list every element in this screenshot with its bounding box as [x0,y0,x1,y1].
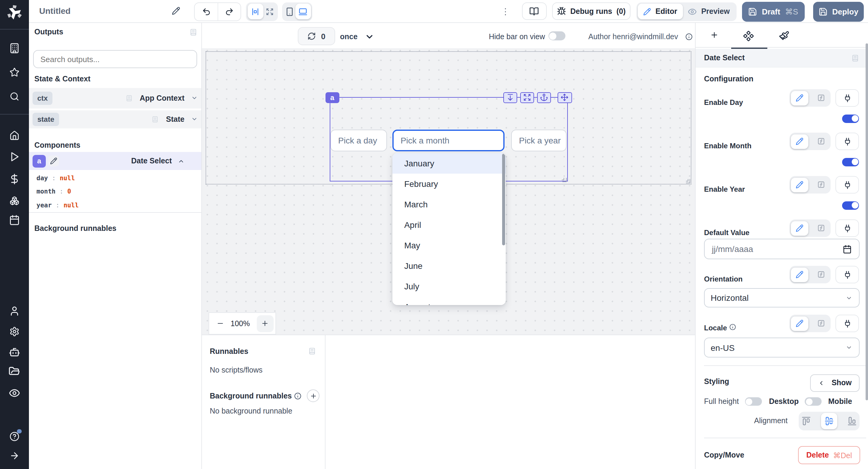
enable-year-static-button[interactable] [791,178,809,192]
enable-day-toggle[interactable] [842,114,859,123]
month-select-input[interactable]: Pick a month [392,129,504,151]
component-anchor-handle[interactable] [537,92,551,103]
dropdown-scrollbar[interactable] [502,153,505,245]
styling-show-button[interactable]: Show [810,374,859,392]
sidebar-item-workspace[interactable] [9,43,20,54]
settings-doc-icon[interactable] [851,54,859,62]
sidebar-item-home[interactable] [9,130,20,141]
enable-day-connect-button[interactable] [836,89,859,107]
editor-tab[interactable]: Editor [638,4,683,19]
orientation-select[interactable]: Horizontal [704,288,860,307]
default-value-date-input[interactable]: jj/mm/aaaa [704,239,860,259]
locale-static-button[interactable] [791,316,809,331]
enable-year-connect-button[interactable] [836,176,859,193]
undo-button[interactable] [195,3,218,20]
month-option-march[interactable]: March [392,194,506,214]
align-top-button[interactable] [801,416,810,426]
component-move-handle[interactable] [558,92,572,103]
month-option-january[interactable]: January [392,153,506,173]
deploy-button[interactable]: Deploy [813,2,864,22]
runnables-doc-icon[interactable] [308,347,316,355]
day-select-input[interactable]: Pick a day [330,130,387,151]
rename-app-icon[interactable] [172,7,180,15]
draft-button[interactable]: Draft ⌘S [742,2,804,22]
debug-runs-button[interactable]: Debug runs (0) [552,2,630,20]
month-option-april[interactable]: April [392,214,506,235]
orientation-connect-button[interactable] [836,266,859,283]
locale-expr-button[interactable] [818,319,825,327]
enable-month-expr-button[interactable] [818,137,825,145]
locale-connect-button[interactable] [836,315,859,332]
component-badge[interactable]: a [325,92,339,103]
component-expand-handle[interactable] [520,92,534,103]
orientation-static-button[interactable] [791,268,809,282]
component-settings-tab[interactable] [744,31,754,41]
orientation-expr-button[interactable] [818,271,825,278]
month-option-august[interactable]: August [392,296,506,305]
background-runnables-info-icon[interactable] [294,392,301,399]
locale-select[interactable]: en-US [704,338,860,357]
component-rename-button[interactable] [48,156,59,166]
sidebar-item-audit-logs[interactable] [9,387,20,399]
component-fill-height-handle[interactable] [503,92,518,103]
more-menu-button[interactable] [500,6,510,17]
desktop-toggle[interactable] [805,397,822,406]
app-canvas[interactable]: a Pick a day Pick a month Pick a year Ja… [202,48,695,335]
enable-year-expr-button[interactable] [818,181,825,188]
sidebar-item-variables[interactable] [9,173,20,184]
desktop-view-button[interactable] [296,4,311,19]
month-option-may[interactable]: May [392,235,506,255]
search-outputs-input[interactable] [33,50,197,68]
enable-day-expr-button[interactable] [818,94,825,101]
sidebar-item-search[interactable] [10,92,19,101]
align-bottom-button[interactable] [847,416,857,426]
css-editor-tab[interactable] [778,31,789,41]
enable-month-static-button[interactable] [791,134,809,149]
windmill-logo[interactable] [6,4,23,21]
enable-day-static-button[interactable] [791,91,809,105]
enable-year-toggle[interactable] [842,201,859,210]
locale-info-icon[interactable] [730,324,736,330]
sidebar-expand-button[interactable] [9,450,20,461]
sidebar-item-runs[interactable] [9,151,20,162]
full-height-toggle[interactable] [745,397,762,406]
enable-month-toggle[interactable] [842,158,859,166]
docs-button[interactable] [522,2,547,20]
sidebar-item-users[interactable] [9,305,20,316]
month-option-february[interactable]: February [392,173,506,194]
month-option-june[interactable]: June [392,255,506,276]
settings-scrollbar[interactable] [866,43,868,400]
component-resize-grip[interactable] [562,178,566,182]
justify-layout-button[interactable] [247,4,263,19]
sidebar-item-folders[interactable] [8,366,21,378]
author-info-icon[interactable] [685,33,692,40]
component-row-selected[interactable]: a Date Select [29,152,201,170]
sidebar-item-settings[interactable] [9,326,20,336]
outputs-doc-icon[interactable] [189,28,197,36]
year-select-input[interactable]: Pick a year [511,130,566,151]
sidebar-item-schedules[interactable] [9,214,20,225]
add-background-runnable-button[interactable] [307,389,319,402]
insert-component-tab[interactable] [710,31,718,39]
state-row[interactable]: state State [29,110,201,128]
delete-component-button[interactable]: Delete ⌘Del [798,446,860,464]
sidebar-item-workers[interactable] [9,347,20,358]
canvas-resize-grip[interactable] [686,179,690,183]
ctx-row[interactable]: ctx App Context [29,88,201,108]
hide-bar-toggle[interactable] [548,31,565,40]
run-mode-chevron-icon[interactable] [365,32,374,41]
zoom-in-button[interactable] [256,315,273,332]
redo-button[interactable] [218,3,241,20]
mobile-view-button[interactable] [284,7,296,16]
zoom-out-button[interactable] [216,319,224,327]
align-center-button[interactable] [821,413,837,429]
default-value-expr-button[interactable] [818,224,825,232]
refresh-button[interactable]: 0 [298,27,335,45]
sidebar-item-favorites[interactable] [10,67,20,77]
expand-layout-button[interactable] [263,7,276,15]
preview-tab[interactable]: Preview [683,4,735,19]
month-option-july[interactable]: July [392,276,506,296]
date-picker-icon[interactable] [843,245,852,253]
sidebar-item-resources[interactable] [10,196,19,206]
enable-month-connect-button[interactable] [836,133,859,150]
